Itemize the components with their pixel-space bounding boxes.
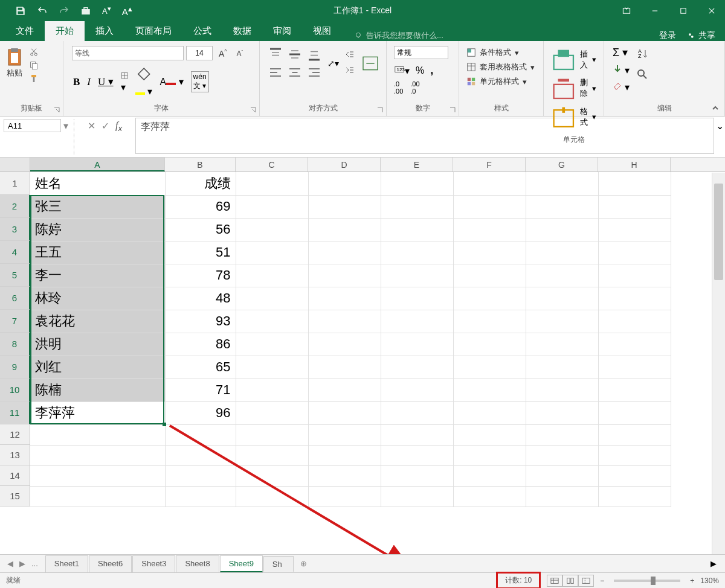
cell[interactable] xyxy=(598,264,671,287)
dialog-launcher-icon[interactable] xyxy=(449,106,456,113)
cell[interactable] xyxy=(381,287,453,310)
zoom-in-button[interactable]: + xyxy=(690,577,694,585)
cell[interactable] xyxy=(236,379,308,401)
col-header-E[interactable]: E xyxy=(381,158,453,171)
page-break-view-button[interactable] xyxy=(578,575,594,587)
bold-button[interactable]: B xyxy=(73,76,80,88)
page-layout-view-button[interactable] xyxy=(562,575,578,587)
cell[interactable] xyxy=(453,241,526,264)
briefcase-icon[interactable] xyxy=(80,5,91,16)
cell[interactable] xyxy=(381,465,453,486)
copy-icon[interactable] xyxy=(29,60,39,70)
cell[interactable] xyxy=(308,241,381,264)
cell[interactable] xyxy=(598,333,671,356)
cell[interactable] xyxy=(308,310,381,333)
cell[interactable]: 65 xyxy=(165,356,236,379)
cell[interactable] xyxy=(598,241,671,264)
sheet-nav-next-icon[interactable]: ▶ xyxy=(19,559,25,568)
cell[interactable] xyxy=(598,218,671,241)
row-header[interactable]: 13 xyxy=(0,445,30,465)
cell[interactable] xyxy=(381,241,453,264)
sheet-tab[interactable]: Sheet1 xyxy=(45,555,88,572)
decrease-indent-icon[interactable] xyxy=(345,50,355,62)
row-header[interactable]: 15 xyxy=(0,486,30,507)
tab-file[interactable]: 文件 xyxy=(5,21,45,41)
cell[interactable]: 李一 xyxy=(30,264,165,287)
align-top-icon[interactable] xyxy=(268,47,283,62)
cell[interactable]: 56 xyxy=(165,218,236,241)
comma-icon[interactable]: , xyxy=(430,64,433,77)
cell[interactable]: 陈楠 xyxy=(30,379,165,401)
dialog-launcher-icon[interactable] xyxy=(250,106,257,113)
sheet-tab[interactable]: Sheet9 xyxy=(220,555,263,572)
new-sheet-button[interactable]: ⊕ xyxy=(294,559,313,568)
cell[interactable] xyxy=(453,310,526,333)
cell[interactable] xyxy=(30,424,165,445)
col-header-A[interactable]: A xyxy=(30,158,165,171)
cell[interactable] xyxy=(526,401,598,424)
cell[interactable] xyxy=(598,465,671,486)
cell[interactable]: 张三 xyxy=(30,195,165,218)
cell[interactable] xyxy=(526,310,598,333)
cut-icon[interactable] xyxy=(29,47,39,57)
minimize-button[interactable] xyxy=(641,2,668,20)
cell[interactable] xyxy=(453,287,526,310)
cell[interactable] xyxy=(236,401,308,424)
font-decrease-icon[interactable]: A▾ xyxy=(102,5,111,16)
font-color-button[interactable]: A ▾ xyxy=(160,76,183,88)
col-header-D[interactable]: D xyxy=(308,158,381,171)
increase-decimal-icon[interactable]: .0.00 xyxy=(394,80,403,95)
cell[interactable] xyxy=(526,424,598,445)
cell[interactable] xyxy=(308,218,381,241)
row-header[interactable]: 5 xyxy=(0,264,30,287)
cell[interactable] xyxy=(236,218,308,241)
cell[interactable] xyxy=(236,172,308,195)
cell[interactable] xyxy=(453,172,526,195)
normal-view-button[interactable] xyxy=(547,575,562,587)
cell[interactable] xyxy=(381,356,453,379)
sheet-nav-prev-icon[interactable]: ◀ xyxy=(7,559,13,568)
cell[interactable] xyxy=(598,424,671,445)
tab-home[interactable]: 开始 xyxy=(45,21,85,41)
italic-button[interactable]: I xyxy=(87,76,91,88)
cell[interactable]: 69 xyxy=(165,195,236,218)
cell[interactable] xyxy=(381,424,453,445)
cell[interactable] xyxy=(526,445,598,465)
cell[interactable]: 48 xyxy=(165,287,236,310)
row-header[interactable]: 10 xyxy=(0,379,30,401)
row-header[interactable]: 11 xyxy=(0,401,30,424)
font-size-select[interactable] xyxy=(186,46,213,60)
underline-button[interactable]: U ▾ xyxy=(98,75,114,88)
cell[interactable] xyxy=(236,310,308,333)
tell-me-search[interactable]: 告诉我您想要做什么... xyxy=(354,30,443,41)
cell[interactable] xyxy=(381,445,453,465)
fx-icon[interactable]: fx xyxy=(115,120,127,133)
cell[interactable] xyxy=(308,486,381,507)
cell[interactable]: 96 xyxy=(165,401,236,424)
cell[interactable]: 93 xyxy=(165,310,236,333)
cell[interactable] xyxy=(526,379,598,401)
cell[interactable] xyxy=(308,333,381,356)
cell-styles-button[interactable]: 单元格样式 ▾ xyxy=(466,76,536,87)
cell[interactable] xyxy=(308,379,381,401)
align-middle-icon[interactable] xyxy=(288,47,302,62)
zoom-slider[interactable] xyxy=(614,580,680,582)
cell[interactable]: 86 xyxy=(165,333,236,356)
cell[interactable] xyxy=(453,333,526,356)
border-button[interactable]: ▾ xyxy=(121,71,128,93)
tab-view[interactable]: 视图 xyxy=(302,21,342,41)
cell[interactable] xyxy=(526,172,598,195)
row-header[interactable]: 2 xyxy=(0,195,30,218)
zoom-level[interactable]: 130% xyxy=(700,577,719,585)
cell[interactable] xyxy=(526,241,598,264)
cell[interactable] xyxy=(453,465,526,486)
cell[interactable] xyxy=(453,218,526,241)
cancel-formula-icon[interactable]: ✕ xyxy=(88,120,95,133)
cell[interactable] xyxy=(453,401,526,424)
tab-page-layout[interactable]: 页面布局 xyxy=(124,21,182,41)
number-format-select[interactable] xyxy=(394,46,448,59)
col-header-G[interactable]: G xyxy=(526,158,598,171)
tab-review[interactable]: 审阅 xyxy=(262,21,302,41)
cell[interactable] xyxy=(598,195,671,218)
align-bottom-icon[interactable] xyxy=(307,47,321,62)
